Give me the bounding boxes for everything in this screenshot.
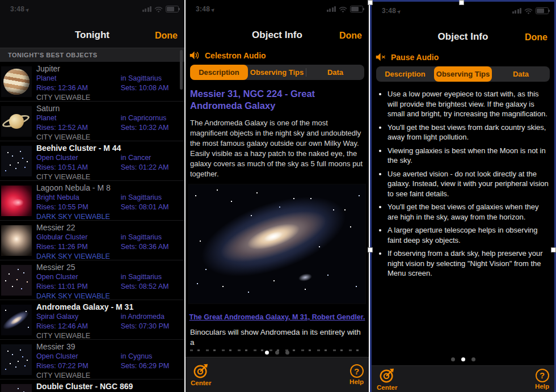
object-name: Messier 22 [36, 223, 184, 233]
page-dot [265, 351, 269, 355]
location-arrow-icon: ➤ [210, 7, 216, 13]
object-rise-time: Rises: 07:22 PM [36, 361, 121, 371]
object-name: Messier 39 [36, 342, 184, 352]
tab-observing-tips[interactable]: Observing Tips [248, 65, 306, 80]
object-rise-time: Rises: 10:51 AM [36, 163, 121, 172]
list-item-messier-22[interactable]: Messier 22 Globular Cluster in Sagittari… [0, 221, 184, 260]
selection-handle-top-left[interactable] [368, 0, 373, 5]
center-button[interactable]: Center [377, 368, 397, 391]
jupiter-thumbnail [1, 66, 32, 97]
object-constellation: in Capricornus [121, 113, 184, 123]
scrollbar[interactable] [180, 50, 183, 90]
wifi-icon [524, 8, 533, 14]
object-name: Beehive Cluster - M 44 [36, 144, 184, 153]
object-type: Open Cluster [36, 272, 121, 282]
audio-playback-button[interactable]: Celestron Audio [186, 48, 369, 62]
help-icon: ? [536, 369, 549, 382]
image-credit: The Great Andromeda Galaxy, M 31, Robert… [186, 311, 369, 322]
object-constellation: in Andromeda [121, 312, 184, 322]
object-rise-time: Rises: 12:46 AM [36, 322, 121, 331]
object-rise-time: Rises: 10:55 PM [36, 203, 121, 212]
location-arrow-icon: ➤ [396, 9, 402, 15]
battery-icon [536, 7, 549, 14]
image-credit-link[interactable]: The Great Andromeda Galaxy, M 31, Robert… [189, 313, 365, 321]
tip-item: You'll get the best views from dark coun… [387, 123, 550, 142]
done-button[interactable]: Done [339, 31, 362, 41]
cellular-signal-icon [142, 6, 152, 12]
object-set-time: Sets: 10:32 AM [121, 123, 184, 133]
tab-data[interactable]: Data [306, 65, 364, 80]
done-button[interactable]: Done [525, 32, 547, 43]
speaker-waves-icon [189, 50, 201, 60]
battery-icon [166, 6, 179, 12]
object-type: Open Cluster [36, 153, 121, 163]
bottom-toolbar: Center ? Help [186, 357, 369, 392]
cellular-signal-icon [512, 8, 522, 14]
list-item-messier-39[interactable]: Messier 39 Open Cluster in Cygnus Rises:… [0, 340, 184, 380]
tab-description[interactable]: Description [190, 65, 248, 80]
object-set-time: Sets: 10:08 AM [121, 83, 184, 93]
object-name: Saturn [36, 104, 184, 113]
nav-bar: Object Info Done [372, 19, 554, 49]
object-set-time: Sets: 07:30 PM [121, 322, 184, 331]
tab-description[interactable]: Description [376, 66, 434, 82]
body-text: Binoculars will show Andromeda in its en… [186, 322, 369, 348]
help-button[interactable]: ? Help [349, 364, 364, 385]
double-cluster-thumbnail [1, 384, 32, 392]
tab-bar: Description Observing Tips Data [376, 66, 550, 82]
done-button[interactable]: Done [155, 31, 178, 41]
tab-data[interactable]: Data [492, 66, 550, 82]
messier-22-thumbnail [1, 225, 32, 256]
object-set-time: Sets: 06:29 PM [121, 361, 184, 371]
center-button[interactable]: Center [191, 363, 211, 386]
list-item-jupiter[interactable]: Jupiter Planet in Sagittarius Rises: 12:… [0, 62, 184, 102]
object-constellation: in Cancer [121, 153, 184, 163]
object-constellation: in Sagittarius [121, 233, 184, 242]
object-description: The Andromeda Galaxy is one of the most … [186, 112, 369, 179]
object-title: Messier 31, NGC 224 - Great Andromeda Ga… [186, 80, 369, 112]
help-icon: ? [350, 364, 364, 378]
selection-handle-top-center[interactable] [459, 0, 464, 5]
location-arrow-icon: ➤ [24, 7, 31, 13]
audio-label: Celestron Audio [205, 51, 266, 60]
selection-handle-mid-right[interactable] [551, 247, 556, 252]
object-rise-time: Rises: 11:26 PM [36, 242, 121, 252]
list-item-andromeda-galaxy[interactable]: Andromeda Galaxy - M 31 Spiral Galaxy in… [0, 300, 184, 340]
list-item-saturn[interactable]: Saturn Planet in Capricornus Rises: 12:5… [0, 102, 184, 141]
tip-item: You'll get the best views of galaxies wh… [387, 202, 550, 222]
object-set-time: Sets: 01:22 AM [121, 163, 184, 172]
object-type: Spiral Galaxy [36, 312, 121, 322]
cellular-signal-icon [327, 6, 336, 12]
page-dot [275, 351, 279, 355]
tab-bar: Description Observing Tips Data [190, 65, 364, 80]
page-indicator[interactable] [372, 357, 554, 361]
object-set-time: Sets: 08:52 AM [121, 282, 184, 292]
nav-bar: Object Info Done [186, 17, 369, 48]
andromeda-thumbnail [1, 305, 32, 335]
list-item-double-cluster[interactable]: Double Cluster - NGC 869 [0, 380, 184, 392]
page-indicator[interactable] [186, 351, 369, 355]
help-button[interactable]: ? Help [535, 369, 549, 390]
messier-39-thumbnail [1, 344, 32, 375]
tab-observing-tips[interactable]: Observing Tips [434, 66, 492, 82]
status-bar: 3:48➤ [186, 0, 369, 17]
list-item-messier-25[interactable]: Messier 25 Open Cluster in Sagittarius R… [0, 260, 184, 300]
nav-bar: Tonight Done [0, 17, 184, 48]
selection-handle-mid-left[interactable] [368, 247, 373, 252]
andromeda-galaxy-photo [188, 184, 366, 304]
lagoon-nebula-thumbnail [1, 186, 32, 216]
messier-25-thumbnail [1, 265, 32, 296]
observing-tips-list: Use a low power eyepiece to start with, … [374, 89, 550, 279]
tip-item: Viewing galaxies is best when the Moon i… [387, 146, 550, 166]
center-label: Center [191, 380, 211, 386]
page-dot [285, 351, 289, 355]
bottom-toolbar: Center ? Help [372, 365, 554, 392]
object-type: Planet [36, 113, 121, 123]
list-item-beehive-cluster[interactable]: Beehive Cluster - M 44 Open Cluster in C… [0, 141, 184, 181]
list-item-lagoon-nebula[interactable]: Lagoon Nebula - M 8 Bright Nebula in Sag… [0, 181, 184, 221]
pause-audio-button[interactable]: Pause Audio [372, 49, 554, 64]
clock: 3:48➤ [196, 5, 215, 13]
object-type: Bright Nebula [36, 193, 121, 203]
center-label: Center [377, 384, 397, 391]
tonight-screen: 3:48➤ Tonight Done TONIGHT'S BEST OBJECT… [0, 0, 184, 392]
